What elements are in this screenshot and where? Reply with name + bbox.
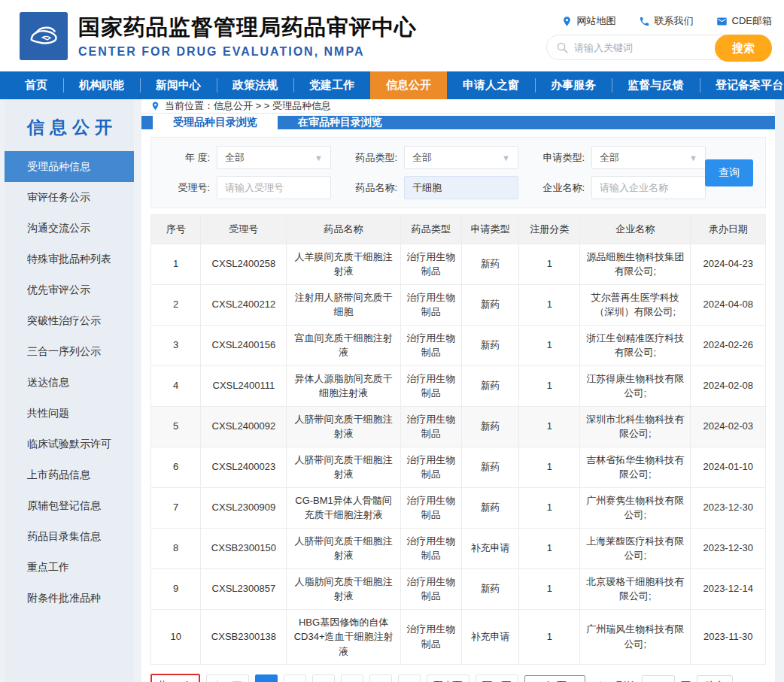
page-number-button[interactable]: 3: [312, 674, 335, 682]
sidebar-item-label: 受理品种信息: [27, 160, 90, 172]
prev-page-button[interactable]: 上一页: [206, 674, 249, 682]
cell-date: 2023-12-30: [691, 528, 766, 568]
sidebar-title: 信息公开: [5, 116, 134, 139]
sidebar-item[interactable]: 原辅包登记信息: [5, 490, 134, 521]
page-number-button[interactable]: 2: [284, 674, 306, 682]
nav-item[interactable]: 办事服务: [535, 71, 612, 99]
breadcrumb: 当前位置：信息公开 > > 受理品种信息: [141, 99, 775, 114]
cell-drug-type: 治疗用生物制品: [400, 609, 461, 665]
sidebar-item-label: 优先审评公示: [27, 283, 90, 296]
cell-company: 源品细胞生物科技集团有限公司;: [580, 244, 691, 284]
sidebar-item[interactable]: 药品目录集信息: [5, 521, 134, 552]
nav-item[interactable]: 首页: [9, 71, 63, 99]
drug-type-label: 药品类型:: [348, 151, 397, 165]
page-number-button[interactable]: 5: [369, 674, 392, 682]
table-row: 5 CXSL2400092 人脐带间充质干细胞注射液 治疗用生物制品 新药 1 …: [151, 406, 766, 447]
table-header: 序号 受理号 药品名称 药品类型 申请类型 注册分类 企业名称 承办日期: [151, 215, 766, 244]
sidebar-item-label: 原辅包登记信息: [27, 499, 101, 511]
cell-drug-type: 治疗用生物制品: [400, 244, 461, 284]
acceptance-no-field: 受理号:: [160, 176, 331, 199]
year-field: 年 度: 全部 ▼: [160, 146, 331, 169]
nav-item[interactable]: 机构职能: [63, 71, 140, 99]
drug-type-select[interactable]: 全部 ▼: [404, 146, 518, 169]
cell-apply-type: 新药: [461, 365, 519, 406]
confirm-button[interactable]: 确定: [697, 675, 733, 682]
main-nav: 首页 机构职能 新闻中心 政策法规 党建工作 信息公开 申请人之窗 办事服务 监…: [0, 71, 784, 99]
cell-reg-class: 1: [519, 487, 580, 528]
quick-link[interactable]: 网站地图: [561, 14, 616, 28]
sidebar-item[interactable]: 共性问题: [5, 398, 134, 429]
cell-acceptance-no: CXSL2400156: [201, 325, 287, 365]
cell-company: 广州赛隽生物科技有限公司;: [580, 487, 691, 528]
cell-acceptance-no: CXSL2400111: [201, 365, 287, 406]
drug-type-field: 药品类型: 全部 ▼: [348, 146, 518, 169]
cell-acceptance-no: CXSL2300857: [201, 568, 287, 609]
last-page-button[interactable]: 至末页: [427, 674, 469, 682]
page-size-select[interactable]: 10 条/页 ∨: [524, 675, 586, 682]
sidebar-item[interactable]: 受理品种信息: [5, 151, 134, 182]
cell-drug-name: 人羊膜间充质干细胞注射液: [287, 244, 400, 284]
sidebar-item[interactable]: 突破性治疗公示: [5, 305, 134, 336]
goto-page-input[interactable]: [642, 675, 675, 682]
company-input[interactable]: [591, 176, 706, 199]
sidebar-item-label: 附条件批准品种: [27, 592, 101, 604]
year-select-value: 全部: [225, 151, 245, 165]
quick-link[interactable]: 联系我们: [639, 14, 694, 28]
site-search-button[interactable]: 搜索: [715, 35, 772, 62]
cell-reg-class: 1: [519, 244, 580, 284]
table-body: 1 CXSL2400258 人羊膜间充质干细胞注射液 治疗用生物制品 新药 1 …: [151, 244, 766, 665]
query-button[interactable]: 查询: [705, 159, 753, 186]
cell-apply-type: 新药: [461, 325, 519, 365]
location-pin-icon: [150, 100, 160, 112]
cell-drug-name: 异体人源脂肪间充质干细胞注射液: [287, 365, 400, 406]
nav-item[interactable]: 党建工作: [293, 71, 370, 99]
column-header-acceptance-no: 受理号: [201, 215, 287, 244]
apply-type-select[interactable]: 全部 ▼: [591, 146, 706, 169]
sidebar-item[interactable]: 三合一序列公示: [5, 336, 134, 367]
nav-item[interactable]: 政策法规: [217, 71, 293, 99]
sidebar-item[interactable]: 上市药品信息: [5, 459, 134, 490]
year-label: 年 度:: [160, 151, 210, 165]
quick-link[interactable]: CDE邮箱: [716, 14, 772, 28]
apply-type-label: 申请类型:: [535, 151, 585, 165]
sidebar-item[interactable]: 特殊审批品种列表: [5, 244, 134, 274]
nav-item-label: 信息公开: [386, 78, 431, 92]
column-header-drug-name: 药品名称: [287, 215, 400, 244]
sidebar-item[interactable]: 附条件批准品种: [5, 583, 134, 614]
phone-icon: [639, 16, 650, 27]
cell-drug-name: HBG基因修饰的自体CD34+造血干细胞注射液: [287, 609, 400, 665]
nav-item[interactable]: 申请人之窗: [447, 71, 535, 99]
quick-link-label: CDE邮箱: [732, 14, 772, 28]
sidebar-item[interactable]: 沟通交流公示: [5, 213, 134, 244]
column-header-drug-type: 药品类型: [400, 215, 461, 244]
tab[interactable]: 在审品种目录浏览: [278, 116, 403, 129]
cell-date: 2024-02-03: [691, 406, 766, 447]
sidebar: 信息公开 受理品种信息 审评任务公示 沟通交流公示 特殊审批品种列表: [5, 99, 134, 682]
drug-name-input[interactable]: [404, 176, 518, 199]
nav-item[interactable]: 新闻中心: [140, 71, 217, 99]
sidebar-item[interactable]: 送达信息: [5, 367, 134, 398]
nav-item[interactable]: 信息公开: [370, 71, 447, 99]
site-search-input[interactable]: [574, 42, 710, 53]
refresh-button[interactable]: [594, 680, 607, 682]
nav-item[interactable]: 监督与反馈: [612, 71, 700, 99]
page-number-button[interactable]: 1: [255, 674, 278, 682]
sidebar-item-label: 送达信息: [27, 376, 69, 388]
year-select[interactable]: 全部 ▼: [217, 146, 331, 169]
page-number-button[interactable]: 4: [341, 674, 363, 682]
nav-item-label: 首页: [25, 78, 47, 92]
nav-item[interactable]: 登记备案平台: [700, 71, 784, 99]
chevron-down-icon: ▼: [315, 153, 323, 162]
cell-drug-type: 治疗用生物制品: [400, 406, 461, 447]
cell-date: 2023-12-30: [691, 487, 766, 528]
sidebar-item[interactable]: 优先审评公示: [5, 274, 134, 305]
next-page-button[interactable]: 下一页: [476, 674, 518, 682]
sidebar-item[interactable]: 审评任务公示: [5, 182, 134, 213]
acceptance-no-input[interactable]: [217, 176, 331, 199]
sidebar-item[interactable]: 临床试验默示许可: [5, 429, 134, 459]
cell-apply-type: 新药: [461, 447, 519, 487]
sidebar-item-label: 重点工作: [27, 561, 69, 573]
ellipsis-page-button[interactable]: ...: [398, 674, 421, 682]
tab[interactable]: 受理品种目录浏览: [153, 116, 278, 129]
sidebar-item[interactable]: 重点工作: [5, 552, 134, 583]
